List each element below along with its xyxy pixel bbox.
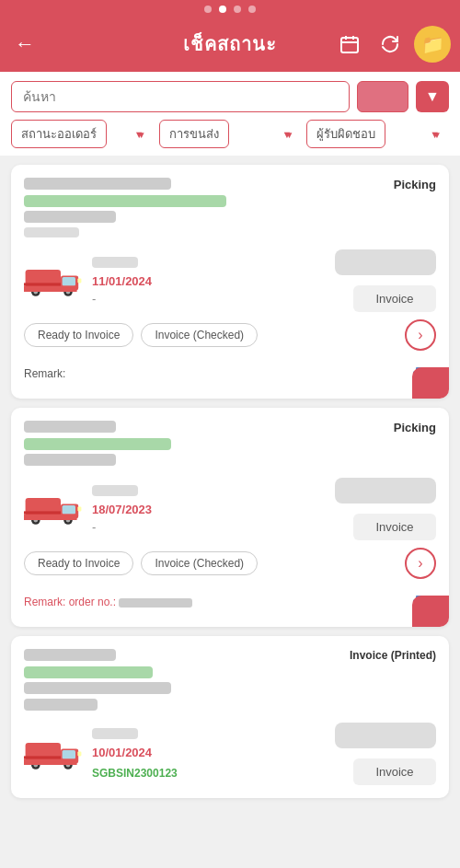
transport-chevron-icon: ▼ [282,129,292,140]
dot-3 [234,6,241,13]
card-2-ready-to-invoice-btn[interactable]: Ready to Invoice [24,551,133,575]
card-1-actions [405,358,436,389]
truck-icon-1 [24,260,83,301]
card-2-invoice-button[interactable]: Invoice [353,514,436,540]
card-2: Picking 18/07/2023 - I [11,408,449,627]
card-2-date: 18/07/2023 [92,503,152,516]
card-1-invoice-button[interactable]: Invoice [353,285,436,312]
chevron-down-icon: ▼ [425,88,440,105]
svg-rect-26 [24,511,61,514]
card-1-arrow-button[interactable]: › [405,319,436,351]
card-2-actions [405,586,436,618]
card-3-green-line [24,666,153,678]
card-2-remark: Remark: order no.: [24,596,192,608]
card-2-name-line [24,454,116,466]
card-2-amount-line [335,478,436,503]
card-1-amount-line [335,249,436,275]
card-2-info-row: 18/07/2023 - Invoice [24,478,436,540]
search-row: ▼ [11,81,449,112]
filter-row: สถานะออเดอร์ ▼ การขนส่ง ▼ ผู้รับผิดชอบ ▼ [11,120,449,148]
card-3-right-col: Invoice [335,723,436,785]
search-input[interactable] [11,81,350,112]
dot-2 [219,6,226,13]
search-dropdown-button[interactable]: ▼ [416,81,449,112]
svg-rect-11 [24,286,77,292]
header-icons: 📁 [333,26,451,63]
app-header: ← เช็คสถานะ 📁 [0,17,460,72]
card-2-dash: - [92,520,152,534]
svg-rect-40 [24,756,61,758]
filter-transport-select[interactable]: การขนส่ง [159,120,229,148]
card-3-info-row: 10/01/2024 SGBSIN2300123 Invoice [24,723,436,785]
card-3: Invoice (Printed) 10/01/2024 SGBSIN23001… [11,636,449,798]
card-1-ready-to-invoice-btn[interactable]: Ready to Invoice [24,323,133,347]
card-3-invoice-button[interactable]: Invoice [353,758,436,785]
card-1-name-line [24,211,116,223]
card-1-info-row: 11/01/2024 - Invoice [24,249,436,312]
card-1-id-line [24,178,171,190]
dots-bar [0,0,460,17]
card-2-remark-row: Remark: order no.: [24,586,436,618]
card-1-red-tab [412,367,449,399]
user-avatar[interactable]: 📁 [414,26,451,63]
card-1-tags-row: Ready to Invoice Invoice (Checked) › [24,319,436,351]
card-3-name-line [24,682,171,694]
svg-rect-27 [77,507,81,512]
card-1-date: 11/01/2024 [92,274,152,288]
svg-rect-20 [63,505,75,515]
card-2-right-col: Invoice [335,478,436,540]
svg-rect-13 [77,279,81,284]
card-2-red-tab [412,596,449,627]
card-1-dash: - [92,292,152,306]
card-2-tag-line [92,485,138,496]
card-1-green-line [24,195,226,207]
svg-rect-39 [24,759,77,765]
card-2-tags-row: Ready to Invoice Invoice (Checked) › [24,548,436,579]
status-chevron-icon: ▼ [134,129,144,140]
card-3-status: Invoice (Printed) [350,649,436,662]
back-button[interactable]: ← [15,32,35,56]
card-3-id-line [24,649,116,661]
dot-4 [248,6,256,13]
card-3-date: 10/01/2024 [92,746,178,759]
card-1-remark: Remark: [24,367,65,380]
card-3-top: Invoice (Printed) [24,649,436,715]
card-1: Picking 11/01/2024 - [11,165,449,399]
card-3-sub-line [24,699,98,711]
card-2-top: Picking [24,421,436,470]
truck-icon-2 [24,489,83,529]
filter-transport-wrap: การขนส่ง ▼ [159,120,302,148]
card-2-id-line [24,421,116,433]
card-3-amount-line [335,723,436,748]
calendar-button[interactable] [333,28,366,61]
filter-owner-wrap: ผู้รับผิดชอบ ▼ [306,120,449,148]
avatar-icon: 📁 [421,33,444,55]
filter-status-select[interactable]: สถานะออเดอร์ [11,120,107,148]
search-area: ▼ สถานะออเดอร์ ▼ การขนส่ง ▼ ผู้รับผิดชอบ… [0,72,460,156]
card-1-top: Picking [24,178,436,242]
card-2-arrow-button[interactable]: › [405,548,436,579]
svg-rect-12 [24,283,61,285]
cards-area: Picking 11/01/2024 - [0,156,460,807]
header-title: เช็คสถานะ [183,29,277,59]
color-filter-button[interactable] [357,81,408,112]
card-1-extra-line [24,227,79,237]
card-3-invoice-id: SGBSIN2300123 [92,767,178,780]
card-1-invoice-checked-btn[interactable]: Invoice (Checked) [141,323,258,347]
filter-owner-select[interactable]: ผู้รับผิดชอบ [306,120,385,148]
filter-status-wrap: สถานะออเดอร์ ▼ [11,120,154,148]
card-1-status: Picking [394,178,436,191]
svg-rect-25 [24,515,77,520]
svg-rect-0 [341,38,358,52]
card-1-tag-line [92,257,138,268]
card-2-status: Picking [394,421,436,434]
owner-chevron-icon: ▼ [430,129,440,140]
refresh-button[interactable] [374,28,407,61]
card-1-right-col: Invoice [335,249,436,312]
dot-1 [204,6,212,13]
card-2-remark-detail [119,596,192,608]
svg-rect-41 [77,752,81,757]
remark-label: Remark: order no.: [24,596,116,608]
card-2-invoice-checked-btn[interactable]: Invoice (Checked) [141,551,258,575]
card-1-remark-row: Remark: [24,358,436,389]
